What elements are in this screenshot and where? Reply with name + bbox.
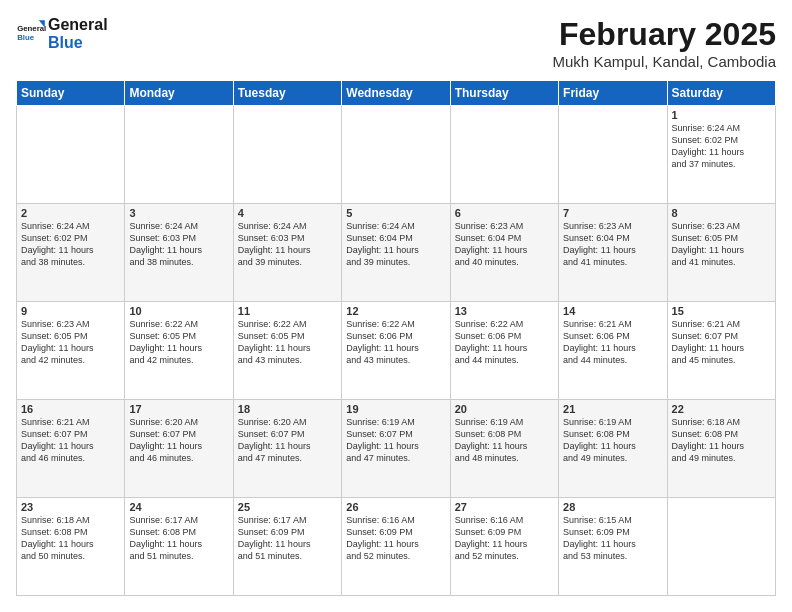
day-number: 8 xyxy=(672,207,771,219)
day-info: Sunrise: 6:23 AM Sunset: 6:04 PM Dayligh… xyxy=(455,220,554,269)
calendar-cell: 2Sunrise: 6:24 AM Sunset: 6:02 PM Daylig… xyxy=(17,204,125,302)
calendar-cell xyxy=(125,106,233,204)
day-number: 3 xyxy=(129,207,228,219)
calendar-cell: 13Sunrise: 6:22 AM Sunset: 6:06 PM Dayli… xyxy=(450,302,558,400)
day-info: Sunrise: 6:20 AM Sunset: 6:07 PM Dayligh… xyxy=(129,416,228,465)
calendar-cell xyxy=(17,106,125,204)
day-number: 5 xyxy=(346,207,445,219)
day-info: Sunrise: 6:19 AM Sunset: 6:07 PM Dayligh… xyxy=(346,416,445,465)
day-info: Sunrise: 6:19 AM Sunset: 6:08 PM Dayligh… xyxy=(455,416,554,465)
day-number: 18 xyxy=(238,403,337,415)
calendar-cell: 3Sunrise: 6:24 AM Sunset: 6:03 PM Daylig… xyxy=(125,204,233,302)
day-info: Sunrise: 6:24 AM Sunset: 6:02 PM Dayligh… xyxy=(21,220,120,269)
calendar-cell: 25Sunrise: 6:17 AM Sunset: 6:09 PM Dayli… xyxy=(233,498,341,596)
day-number: 12 xyxy=(346,305,445,317)
day-number: 7 xyxy=(563,207,662,219)
day-number: 10 xyxy=(129,305,228,317)
calendar-cell: 6Sunrise: 6:23 AM Sunset: 6:04 PM Daylig… xyxy=(450,204,558,302)
day-info: Sunrise: 6:15 AM Sunset: 6:09 PM Dayligh… xyxy=(563,514,662,563)
calendar-cell: 16Sunrise: 6:21 AM Sunset: 6:07 PM Dayli… xyxy=(17,400,125,498)
day-number: 19 xyxy=(346,403,445,415)
day-info: Sunrise: 6:20 AM Sunset: 6:07 PM Dayligh… xyxy=(238,416,337,465)
calendar-cell: 24Sunrise: 6:17 AM Sunset: 6:08 PM Dayli… xyxy=(125,498,233,596)
day-header-sunday: Sunday xyxy=(17,81,125,106)
day-info: Sunrise: 6:17 AM Sunset: 6:08 PM Dayligh… xyxy=(129,514,228,563)
svg-text:General: General xyxy=(17,24,46,33)
day-number: 17 xyxy=(129,403,228,415)
day-info: Sunrise: 6:16 AM Sunset: 6:09 PM Dayligh… xyxy=(455,514,554,563)
day-header-monday: Monday xyxy=(125,81,233,106)
day-info: Sunrise: 6:22 AM Sunset: 6:06 PM Dayligh… xyxy=(346,318,445,367)
day-number: 15 xyxy=(672,305,771,317)
day-header-friday: Friday xyxy=(559,81,667,106)
calendar-cell xyxy=(667,498,775,596)
calendar-cell: 5Sunrise: 6:24 AM Sunset: 6:04 PM Daylig… xyxy=(342,204,450,302)
day-number: 24 xyxy=(129,501,228,513)
logo-general: General xyxy=(48,16,108,34)
day-info: Sunrise: 6:21 AM Sunset: 6:06 PM Dayligh… xyxy=(563,318,662,367)
day-info: Sunrise: 6:18 AM Sunset: 6:08 PM Dayligh… xyxy=(21,514,120,563)
day-number: 23 xyxy=(21,501,120,513)
calendar-cell xyxy=(559,106,667,204)
day-info: Sunrise: 6:22 AM Sunset: 6:06 PM Dayligh… xyxy=(455,318,554,367)
day-info: Sunrise: 6:24 AM Sunset: 6:02 PM Dayligh… xyxy=(672,122,771,171)
calendar-cell: 7Sunrise: 6:23 AM Sunset: 6:04 PM Daylig… xyxy=(559,204,667,302)
day-info: Sunrise: 6:23 AM Sunset: 6:05 PM Dayligh… xyxy=(672,220,771,269)
calendar-cell: 11Sunrise: 6:22 AM Sunset: 6:05 PM Dayli… xyxy=(233,302,341,400)
day-header-thursday: Thursday xyxy=(450,81,558,106)
header: GeneralBlue General Blue February 2025 M… xyxy=(16,16,776,70)
day-number: 14 xyxy=(563,305,662,317)
day-number: 25 xyxy=(238,501,337,513)
day-info: Sunrise: 6:21 AM Sunset: 6:07 PM Dayligh… xyxy=(21,416,120,465)
day-info: Sunrise: 6:21 AM Sunset: 6:07 PM Dayligh… xyxy=(672,318,771,367)
day-info: Sunrise: 6:18 AM Sunset: 6:08 PM Dayligh… xyxy=(672,416,771,465)
calendar-cell: 8Sunrise: 6:23 AM Sunset: 6:05 PM Daylig… xyxy=(667,204,775,302)
calendar: SundayMondayTuesdayWednesdayThursdayFrid… xyxy=(16,80,776,596)
calendar-cell xyxy=(450,106,558,204)
day-number: 4 xyxy=(238,207,337,219)
calendar-cell: 9Sunrise: 6:23 AM Sunset: 6:05 PM Daylig… xyxy=(17,302,125,400)
day-number: 1 xyxy=(672,109,771,121)
calendar-cell: 23Sunrise: 6:18 AM Sunset: 6:08 PM Dayli… xyxy=(17,498,125,596)
location: Mukh Kampul, Kandal, Cambodia xyxy=(553,53,776,70)
day-number: 2 xyxy=(21,207,120,219)
calendar-cell: 27Sunrise: 6:16 AM Sunset: 6:09 PM Dayli… xyxy=(450,498,558,596)
day-info: Sunrise: 6:19 AM Sunset: 6:08 PM Dayligh… xyxy=(563,416,662,465)
day-header-wednesday: Wednesday xyxy=(342,81,450,106)
title-block: February 2025 Mukh Kampul, Kandal, Cambo… xyxy=(553,16,776,70)
calendar-cell: 10Sunrise: 6:22 AM Sunset: 6:05 PM Dayli… xyxy=(125,302,233,400)
logo-icon: GeneralBlue xyxy=(16,19,46,49)
calendar-cell: 19Sunrise: 6:19 AM Sunset: 6:07 PM Dayli… xyxy=(342,400,450,498)
day-number: 6 xyxy=(455,207,554,219)
day-info: Sunrise: 6:16 AM Sunset: 6:09 PM Dayligh… xyxy=(346,514,445,563)
day-info: Sunrise: 6:17 AM Sunset: 6:09 PM Dayligh… xyxy=(238,514,337,563)
day-number: 16 xyxy=(21,403,120,415)
day-number: 28 xyxy=(563,501,662,513)
calendar-cell: 26Sunrise: 6:16 AM Sunset: 6:09 PM Dayli… xyxy=(342,498,450,596)
day-info: Sunrise: 6:22 AM Sunset: 6:05 PM Dayligh… xyxy=(238,318,337,367)
day-number: 26 xyxy=(346,501,445,513)
month-title: February 2025 xyxy=(553,16,776,53)
page: GeneralBlue General Blue February 2025 M… xyxy=(0,0,792,612)
day-info: Sunrise: 6:23 AM Sunset: 6:05 PM Dayligh… xyxy=(21,318,120,367)
day-number: 22 xyxy=(672,403,771,415)
calendar-cell: 12Sunrise: 6:22 AM Sunset: 6:06 PM Dayli… xyxy=(342,302,450,400)
logo: GeneralBlue General Blue xyxy=(16,16,108,51)
calendar-cell xyxy=(233,106,341,204)
calendar-cell: 20Sunrise: 6:19 AM Sunset: 6:08 PM Dayli… xyxy=(450,400,558,498)
calendar-cell: 14Sunrise: 6:21 AM Sunset: 6:06 PM Dayli… xyxy=(559,302,667,400)
day-number: 13 xyxy=(455,305,554,317)
calendar-cell: 28Sunrise: 6:15 AM Sunset: 6:09 PM Dayli… xyxy=(559,498,667,596)
calendar-cell: 21Sunrise: 6:19 AM Sunset: 6:08 PM Dayli… xyxy=(559,400,667,498)
calendar-cell: 17Sunrise: 6:20 AM Sunset: 6:07 PM Dayli… xyxy=(125,400,233,498)
day-info: Sunrise: 6:22 AM Sunset: 6:05 PM Dayligh… xyxy=(129,318,228,367)
day-info: Sunrise: 6:23 AM Sunset: 6:04 PM Dayligh… xyxy=(563,220,662,269)
svg-text:Blue: Blue xyxy=(17,33,35,42)
calendar-cell: 1Sunrise: 6:24 AM Sunset: 6:02 PM Daylig… xyxy=(667,106,775,204)
day-number: 21 xyxy=(563,403,662,415)
calendar-cell xyxy=(342,106,450,204)
day-info: Sunrise: 6:24 AM Sunset: 6:04 PM Dayligh… xyxy=(346,220,445,269)
day-info: Sunrise: 6:24 AM Sunset: 6:03 PM Dayligh… xyxy=(129,220,228,269)
day-number: 20 xyxy=(455,403,554,415)
day-info: Sunrise: 6:24 AM Sunset: 6:03 PM Dayligh… xyxy=(238,220,337,269)
